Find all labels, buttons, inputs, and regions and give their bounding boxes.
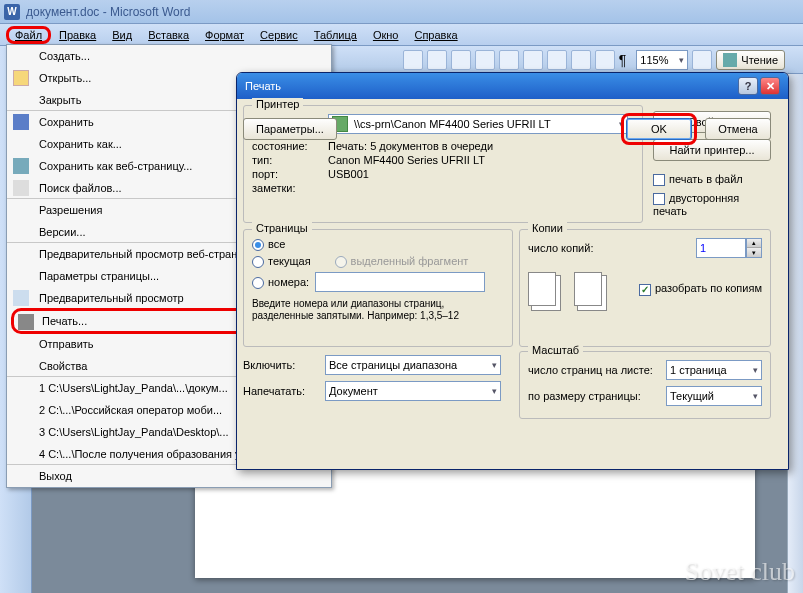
toolbar-button[interactable] bbox=[403, 50, 423, 70]
dialog-titlebar[interactable]: Печать ? ✕ bbox=[237, 73, 788, 99]
pilcrow-icon[interactable]: ¶ bbox=[619, 52, 627, 68]
menu-help[interactable]: Справка bbox=[406, 27, 465, 43]
radio-numbers[interactable]: номера: bbox=[252, 276, 309, 289]
collate-preview-icon bbox=[574, 272, 602, 306]
duplex-check[interactable]: двусторонняя печать bbox=[653, 192, 771, 217]
web-save-icon bbox=[13, 158, 29, 174]
pages-help-text: Введите номера или диапазоны страниц, ра… bbox=[252, 298, 504, 322]
printer-icon bbox=[18, 314, 34, 330]
print-what-label: Напечатать: bbox=[243, 385, 319, 397]
ok-highlight: OK bbox=[621, 113, 697, 145]
menu-edit[interactable]: Правка bbox=[51, 27, 104, 43]
print-dialog: Печать ? ✕ Принтер имя: \\cs-prn\Canon M… bbox=[236, 72, 789, 470]
menu-view[interactable]: Вид bbox=[104, 27, 140, 43]
toolbar-button[interactable] bbox=[499, 50, 519, 70]
toolbar-button[interactable] bbox=[523, 50, 543, 70]
radio-current[interactable]: текущая bbox=[252, 255, 311, 268]
pages-input[interactable] bbox=[315, 272, 485, 292]
print-what-combo[interactable]: Документ bbox=[325, 381, 501, 401]
search-icon bbox=[13, 180, 29, 196]
menu-tools[interactable]: Сервис bbox=[252, 27, 306, 43]
include-label: Включить: bbox=[243, 359, 319, 371]
pages-per-sheet-label: число страниц на листе: bbox=[528, 364, 653, 376]
menu-window[interactable]: Окно bbox=[365, 27, 407, 43]
book-icon bbox=[723, 53, 737, 67]
mi-new[interactable]: Создать... bbox=[7, 45, 331, 67]
menubar: Файл Правка Вид Вставка Формат Сервис Та… bbox=[0, 24, 803, 46]
window-title: документ.doc - Microsoft Word bbox=[26, 5, 190, 19]
copies-group: Копии число копий: 1 ▴▾ разобрать по коп… bbox=[519, 229, 771, 347]
toolbar-button[interactable] bbox=[595, 50, 615, 70]
toolbar-button[interactable] bbox=[475, 50, 495, 70]
word-app-icon: W bbox=[4, 4, 20, 20]
include-combo[interactable]: Все страницы диапазона bbox=[325, 355, 501, 375]
radio-all[interactable]: все bbox=[252, 238, 285, 251]
toolbar-button[interactable] bbox=[547, 50, 567, 70]
options-button[interactable]: Параметры... bbox=[243, 118, 337, 140]
menu-format[interactable]: Формат bbox=[197, 27, 252, 43]
group-label: Принтер bbox=[252, 98, 303, 110]
pages-per-sheet-combo[interactable]: 1 страница bbox=[666, 360, 762, 380]
reading-layout-button[interactable]: Чтение bbox=[716, 50, 785, 70]
preview-icon bbox=[13, 290, 29, 306]
print-to-file-check[interactable]: печать в файл bbox=[653, 173, 771, 186]
menu-table[interactable]: Таблица bbox=[306, 27, 365, 43]
group-label: Масштаб bbox=[528, 344, 583, 356]
type-value: Canon MF4400 Series UFRII LT bbox=[328, 154, 485, 166]
type-label: тип: bbox=[252, 154, 328, 166]
scale-to-paper-combo[interactable]: Текущий bbox=[666, 386, 762, 406]
zoom-combo[interactable]: 115% bbox=[636, 50, 688, 70]
toolbar-button[interactable] bbox=[451, 50, 471, 70]
floppy-icon bbox=[13, 114, 29, 130]
dialog-title: Печать bbox=[245, 80, 281, 92]
collate-preview-icon bbox=[528, 272, 556, 306]
scale-to-paper-label: по размеру страницы: bbox=[528, 390, 641, 402]
toolbar-button[interactable] bbox=[692, 50, 712, 70]
cancel-button[interactable]: Отмена bbox=[705, 118, 771, 140]
port-label: порт: bbox=[252, 168, 328, 180]
radio-selection: выделенный фрагмент bbox=[335, 255, 469, 268]
copies-label: число копий: bbox=[528, 242, 593, 254]
pages-group: Страницы все текущая выделенный фрагмент… bbox=[243, 229, 513, 347]
menu-file[interactable]: Файл bbox=[6, 26, 51, 44]
ok-button[interactable]: OK bbox=[626, 118, 692, 140]
copies-spinner[interactable]: ▴▾ bbox=[746, 238, 762, 258]
toolbar-button[interactable] bbox=[571, 50, 591, 70]
copies-input[interactable]: 1 bbox=[696, 238, 746, 258]
vertical-scrollbar[interactable] bbox=[787, 74, 803, 593]
group-label: Копии bbox=[528, 222, 567, 234]
scale-group: Масштаб число страниц на листе: 1 страни… bbox=[519, 351, 771, 419]
help-button[interactable]: ? bbox=[738, 77, 758, 95]
toolbar-button[interactable] bbox=[427, 50, 447, 70]
menu-insert[interactable]: Вставка bbox=[140, 27, 197, 43]
collate-check[interactable]: разобрать по копиям bbox=[639, 282, 762, 295]
folder-icon bbox=[13, 70, 29, 86]
titlebar: W документ.doc - Microsoft Word bbox=[0, 0, 803, 24]
port-value: USB001 bbox=[328, 168, 369, 180]
group-label: Страницы bbox=[252, 222, 312, 234]
close-button[interactable]: ✕ bbox=[760, 77, 780, 95]
notes-label: заметки: bbox=[252, 182, 328, 194]
